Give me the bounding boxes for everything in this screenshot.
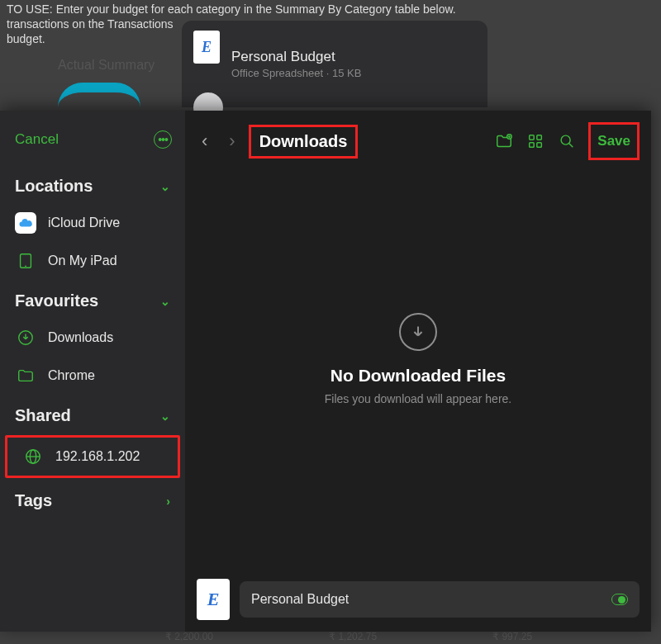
more-options-icon[interactable]: •••: [154, 130, 172, 149]
main-panel: ‹ › Downloads Save No Downloaded F: [185, 111, 651, 632]
svg-rect-8: [537, 135, 542, 140]
cancel-button[interactable]: Cancel: [15, 131, 59, 148]
folder-icon: [15, 365, 36, 386]
highlight-box: 192.168.1.202: [5, 435, 180, 478]
bg-chart-arc: [58, 83, 140, 107]
sidebar-item-network-share[interactable]: 192.168.1.202: [7, 438, 178, 476]
bg-values-row: ₹ 2,200.00 ₹ 1,202.75 ₹ 997.25: [165, 631, 532, 642]
empty-state: No Downloaded Files Files you download w…: [185, 147, 651, 571]
favourites-label: Favourites: [15, 291, 98, 310]
tags-label: Tags: [15, 491, 52, 510]
download-circle-icon: [15, 327, 36, 348]
shared-header[interactable]: Shared ⌄: [0, 395, 185, 433]
sidebar-item-icloud[interactable]: iCloud Drive: [0, 204, 185, 242]
bg-section-label: Actual Summary: [58, 58, 155, 73]
sidebar-item-ipad[interactable]: On My iPad: [0, 242, 185, 280]
sidebar-item-chrome[interactable]: Chrome: [0, 357, 185, 395]
filename-input[interactable]: Personal Budget: [240, 581, 640, 618]
sidebar: Cancel ••• Locations ⌄ iCloud Drive On M…: [0, 111, 185, 632]
extension-toggle-icon[interactable]: [611, 594, 628, 605]
locations-label: Locations: [15, 177, 93, 196]
tags-header[interactable]: Tags ›: [0, 480, 185, 519]
download-arrow-icon: [399, 313, 437, 351]
file-thumbnail-icon: E: [197, 579, 230, 620]
globe-icon: [22, 446, 44, 467]
chevron-down-icon: ⌄: [160, 295, 170, 308]
svg-rect-7: [530, 135, 535, 140]
chevron-right-icon: ›: [166, 495, 170, 508]
chevron-down-icon: ⌄: [160, 180, 170, 193]
sidebar-item-label: On My iPad: [48, 253, 170, 268]
ipad-icon: [15, 250, 36, 272]
locations-header[interactable]: Locations ⌄: [0, 165, 185, 204]
empty-subtitle: Files you download will appear here.: [325, 392, 511, 405]
spreadsheet-file-icon: E: [193, 31, 220, 64]
empty-title: No Downloaded Files: [330, 366, 506, 386]
bg-value: ₹ 2,200.00: [165, 631, 213, 642]
svg-point-11: [561, 135, 570, 144]
filename-bar: E Personal Budget: [185, 571, 651, 632]
share-file-meta: Office Spreadsheet · 15 KB: [231, 67, 361, 79]
file-browser: Cancel ••• Locations ⌄ iCloud Drive On M…: [0, 111, 651, 632]
share-file-title: Personal Budget: [231, 49, 361, 65]
favourites-header[interactable]: Favourites ⌄: [0, 280, 185, 319]
bg-instruction-line: TO USE: Enter your budget for each categ…: [7, 2, 456, 17]
filename-value: Personal Budget: [251, 592, 349, 607]
sidebar-item-label: 192.168.1.202: [55, 449, 163, 464]
sidebar-item-downloads[interactable]: Downloads: [0, 319, 185, 357]
sidebar-item-label: iCloud Drive: [48, 215, 170, 230]
bg-value: ₹ 997.25: [492, 631, 532, 642]
bg-value: ₹ 1,202.75: [329, 631, 377, 642]
sidebar-item-label: Chrome: [48, 368, 170, 383]
shared-label: Shared: [15, 406, 71, 425]
share-preview-card: E Personal Budget Office Spreadsheet · 1…: [182, 21, 487, 107]
icloud-icon: [15, 212, 36, 234]
sidebar-item-label: Downloads: [48, 330, 170, 345]
chevron-down-icon: ⌄: [160, 410, 170, 423]
